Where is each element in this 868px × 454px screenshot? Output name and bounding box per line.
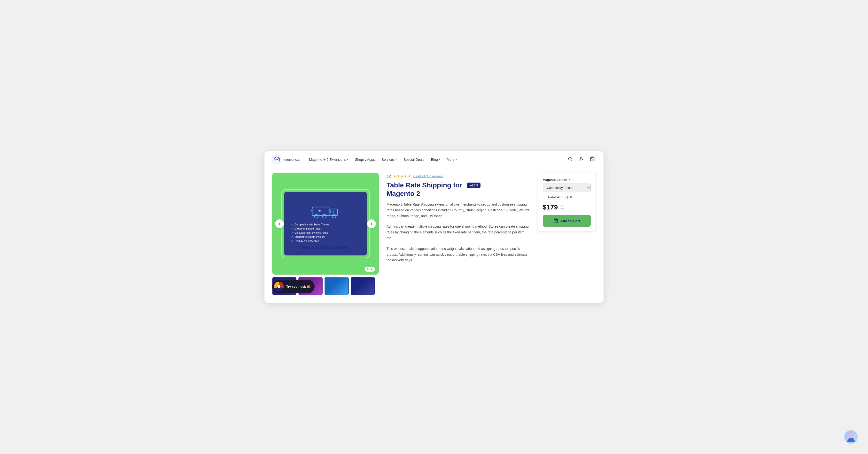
product-description-3: This extension also supports volumetric … xyxy=(386,246,530,263)
product-image-label: TABLE RATE SHIPPING xyxy=(291,246,360,251)
svg-rect-7 xyxy=(330,210,334,213)
svg-rect-6 xyxy=(329,209,338,216)
product-title: Table Rate Shipping for v4.0.5 Magento 2 xyxy=(386,181,530,198)
edition-label: Magento Edition * xyxy=(543,178,591,182)
installation-row: Installation: +$50 xyxy=(543,195,591,199)
truck-icon: ★ xyxy=(311,200,340,219)
chat-avatar xyxy=(844,430,858,444)
svg-point-10 xyxy=(332,214,336,218)
svg-point-3 xyxy=(581,157,582,159)
svg-rect-0 xyxy=(272,155,281,164)
product-images: ‹ xyxy=(272,173,379,295)
truck-icon-area: ★ xyxy=(291,200,360,219)
price-display: $179 xyxy=(543,203,558,211)
nav-item-extensions[interactable]: Magento ® 2 Extensions ▾ xyxy=(309,158,348,162)
cart-button[interactable] xyxy=(589,156,596,163)
chat-widget[interactable] xyxy=(844,430,858,444)
chevron-down-icon: ▾ xyxy=(456,158,457,161)
chevron-down-icon: ▾ xyxy=(439,158,440,161)
nav-links: Magento ® 2 Extensions ▾ Shopify Apps Se… xyxy=(309,158,559,162)
price-info-icon[interactable]: ⓘ xyxy=(560,205,564,209)
edition-select[interactable]: Community Edition Enterprise Edition xyxy=(543,184,591,192)
cart-add-icon xyxy=(553,218,558,223)
svg-point-9 xyxy=(322,214,326,218)
svg-point-16 xyxy=(849,433,853,437)
svg-rect-17 xyxy=(848,438,854,441)
luck-widget[interactable]: Try your luck 🎁 xyxy=(272,280,315,293)
thumbnail-3[interactable] xyxy=(324,277,349,295)
nav-item-blog[interactable]: Blog ▾ xyxy=(431,158,440,162)
chevron-down-icon: ▾ xyxy=(347,158,348,161)
purchase-card: Magento Edition * Community Edition Ente… xyxy=(538,173,596,232)
rating-row: 5.0 ★★★★★ Read all (10) reviews xyxy=(386,174,530,179)
browser-window: mageplaza Magento ® 2 Extensions ▾ Shopi… xyxy=(265,151,603,303)
feature-item: Calculate cost by fixed rates xyxy=(291,231,360,234)
feature-item: Compatible with Hyva Theme xyxy=(291,223,360,226)
svg-text:★: ★ xyxy=(318,208,321,213)
nav-item-more[interactable]: More ▾ xyxy=(447,158,457,162)
image-counter: 1/12 xyxy=(365,267,375,272)
rating-score: 5.0 xyxy=(386,174,391,178)
search-button[interactable] xyxy=(567,156,574,163)
cart-icon xyxy=(590,156,595,161)
add-to-cart-button[interactable]: Add to Cart xyxy=(543,215,591,227)
svg-point-1 xyxy=(568,157,571,160)
logo-area: mageplaza xyxy=(272,155,301,164)
stars-display: ★★★★★ xyxy=(393,174,411,179)
logo-text: mageplaza xyxy=(283,158,299,161)
navbar: mageplaza Magento ® 2 Extensions ▾ Shopi… xyxy=(265,151,603,168)
logo-icon xyxy=(272,155,281,164)
product-info: 5.0 ★★★★★ Read all (10) reviews Table Ra… xyxy=(386,173,530,295)
feature-item: Create unlimited rates xyxy=(291,227,360,230)
nav-icons xyxy=(567,156,596,163)
svg-rect-5 xyxy=(312,207,329,216)
prev-image-button[interactable]: ‹ xyxy=(275,219,284,228)
next-image-button[interactable]: › xyxy=(367,219,376,228)
features-list: Compatible with Hyva Theme Create unlimi… xyxy=(291,223,360,242)
chat-person-icon xyxy=(846,431,856,443)
account-button[interactable] xyxy=(578,156,585,163)
svg-point-8 xyxy=(314,214,318,218)
user-icon xyxy=(579,156,584,161)
installation-label: Installation: +$50 xyxy=(548,195,572,199)
luck-disc-icon xyxy=(274,282,284,291)
chevron-down-icon: ▾ xyxy=(396,158,397,161)
feature-item: Support volumetric weight xyxy=(291,235,360,238)
product-description-2: Admins can create multiple shipping rate… xyxy=(386,224,530,241)
luck-disc-center xyxy=(278,285,280,288)
feature-item: Display delivery time xyxy=(291,239,360,242)
main-content: ‹ xyxy=(265,168,603,303)
product-description-1: Magento 2 Table Rate Shipping extension … xyxy=(386,202,530,219)
nav-item-shopify[interactable]: Shopify Apps xyxy=(355,158,375,162)
thumbnail-4[interactable] xyxy=(351,277,375,295)
required-marker: * xyxy=(569,178,570,182)
version-badge: v4.0.5 xyxy=(467,183,480,188)
main-image-container: ‹ xyxy=(272,173,379,274)
svg-line-2 xyxy=(571,160,572,161)
nav-item-deals[interactable]: Special Deals xyxy=(403,158,424,162)
price-row: $179 ⓘ xyxy=(543,203,591,211)
installation-checkbox[interactable] xyxy=(543,196,546,199)
main-image-inner: ★ Compatible with Hyva Theme Create unli… xyxy=(272,173,379,274)
search-icon xyxy=(568,156,572,161)
review-link[interactable]: Read all (10) reviews xyxy=(413,174,443,178)
luck-widget-text: Try your luck 🎁 xyxy=(286,285,311,288)
purchase-panel: Magento Edition * Community Edition Ente… xyxy=(538,173,596,295)
product-image-graphic: ★ Compatible with Hyva Theme Create unli… xyxy=(284,192,367,255)
nav-item-services[interactable]: Services ▾ xyxy=(381,158,397,162)
